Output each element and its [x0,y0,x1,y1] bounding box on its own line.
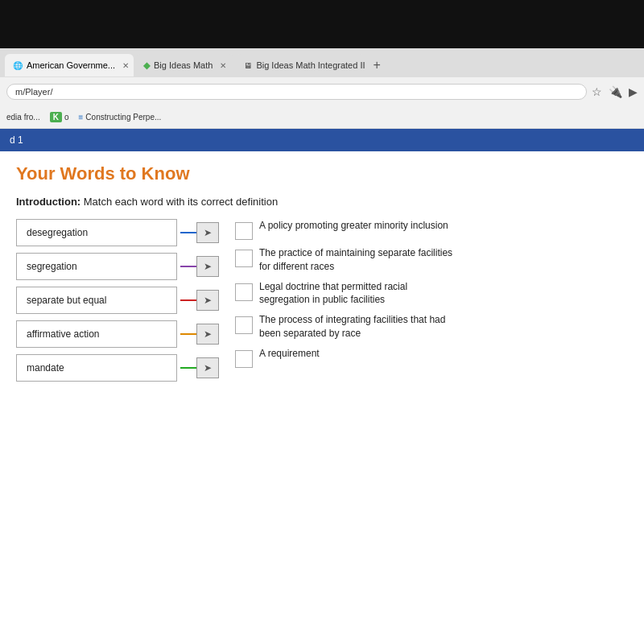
definition-text-1: A policy promoting greater minority incl… [259,219,448,233]
match-checkbox-4[interactable] [235,316,253,334]
browser-chrome: 🌐 American Governme... ✕ ◆ Big Ideas Mat… [0,48,644,129]
address-bar[interactable]: m/Player/ [6,84,587,100]
term-row-5: mandate ➤ [16,354,219,382]
bookmark-k[interactable]: K o [50,112,69,122]
tab-big-ideas-math[interactable]: ◆ Big Ideas Math ✕ [135,54,234,76]
term-box-segregation: segregation [16,253,177,280]
connector-line-5 [180,367,196,369]
tab-american-government[interactable]: 🌐 American Governme... ✕ [5,54,134,76]
bookmarks-bar: edia fro... K o ≡ Constructing Perpe... [0,106,644,129]
term-row-4: affirmative action ➤ [16,320,219,348]
definition-row-2: The practice of maintaining separate fac… [235,246,628,274]
definition-text-5: A requirement [259,347,320,361]
connector-line-1 [180,232,196,233]
term-box-affirmative-action: affirmative action [16,320,177,348]
tab-close-icon[interactable]: ✕ [122,61,129,70]
term-row-2: segregation ➤ [16,253,219,280]
match-checkbox-5[interactable] [235,350,253,368]
browser-icons: ☆ 🔌 ▶ [592,85,638,98]
instruction-prefix: Introduction: [16,196,80,208]
term-box-separate-but-equal: separate but equal [16,287,177,314]
arrow-button-2[interactable]: ➤ [196,256,219,277]
connector-line-4 [180,333,196,335]
blue-header-bar: d 1 [0,129,644,151]
match-checkbox-2[interactable] [235,250,253,267]
bookmark-media[interactable]: edia fro... [6,113,40,122]
connector-line-2 [180,266,196,267]
term-row-3: separate but equal ➤ [16,287,219,314]
instruction: Introduction: Match each word with its c… [16,196,628,208]
tab-big-ideas-math-integrated[interactable]: 🖥 Big Ideas Math Integrated III ✕ [236,54,365,76]
menu-icon[interactable]: ▶ [629,85,638,98]
terms-column: desegregation ➤ segregation ➤ [16,219,219,382]
instruction-body: Match each word with its correct definit… [84,196,278,208]
bookmark-constructing[interactable]: ≡ Constructing Perpe... [79,113,162,122]
star-icon[interactable]: ☆ [592,85,602,98]
term-box-mandate: mandate [16,354,177,382]
definition-text-3: Legal doctrine that permitted racial seg… [259,280,460,308]
main-content: Your Words to Know Introduction: Match e… [0,151,644,394]
definition-row-5: A requirement [235,347,628,368]
section-title: Your Words to Know [16,163,628,184]
tab-close-icon[interactable]: ✕ [220,61,226,70]
arrow-button-1[interactable]: ➤ [196,222,219,243]
definition-text-4: The process of integrating facilities th… [259,313,460,341]
page-content: d 1 Your Words to Know Introduction: Mat… [0,129,644,644]
new-tab-button[interactable]: + [366,58,386,72]
arrow-button-4[interactable]: ➤ [196,324,219,345]
match-checkbox-3[interactable] [235,283,253,301]
term-box-desegregation: desegregation [16,219,177,246]
address-bar-row: m/Player/ ☆ 🔌 ▶ [0,77,644,106]
arrow-button-3[interactable]: ➤ [196,290,219,311]
extension-icon[interactable]: 🔌 [609,85,622,98]
matching-container: desegregation ➤ segregation ➤ [16,219,628,382]
term-row-1: desegregation ➤ [16,219,219,246]
definition-text-2: The practice of maintaining separate fac… [259,246,460,274]
connector-line-3 [180,299,196,301]
definition-row-4: The process of integrating facilities th… [235,313,628,341]
definition-row-1: A policy promoting greater minority incl… [235,219,628,240]
arrow-button-5[interactable]: ➤ [196,357,219,378]
definitions-column: A policy promoting greater minority incl… [235,219,628,368]
match-checkbox-1[interactable] [235,222,253,240]
definition-row-3: Legal doctrine that permitted racial seg… [235,280,628,308]
tab-bar: 🌐 American Governme... ✕ ◆ Big Ideas Mat… [0,48,644,77]
